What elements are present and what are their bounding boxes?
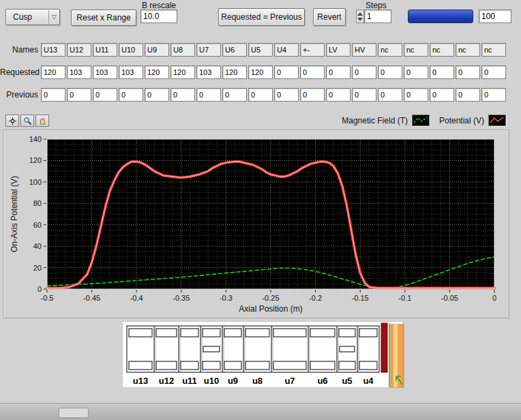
channel-value-cell[interactable]: 0 <box>145 88 169 102</box>
svg-text:-0.45: -0.45 <box>83 294 100 302</box>
channel-name-cell[interactable]: HV <box>352 43 376 57</box>
row-label: Names <box>0 45 40 55</box>
increment-icon[interactable] <box>357 12 363 16</box>
reset-x-range-button[interactable]: Reset x Range <box>71 10 136 26</box>
revert-button[interactable]: Revert <box>313 8 346 26</box>
channel-name-cell[interactable]: U11 <box>93 43 117 57</box>
svg-text:u10: u10 <box>204 376 219 386</box>
legend-sample <box>488 115 506 126</box>
table-row-previous: Previous000000000000000000 <box>0 87 521 102</box>
channel-name-cell[interactable]: U5 <box>248 43 273 57</box>
front-panel: Cusp ▽ Reset x Range B rescale Requested… <box>0 0 521 420</box>
channel-value-cell[interactable]: 0 <box>119 88 143 102</box>
cursor-tool-button[interactable] <box>5 115 19 127</box>
channel-value-cell[interactable]: 0 <box>196 88 221 102</box>
requested-equals-previous-button[interactable]: Requested = Previous <box>218 8 305 26</box>
channel-name-cell[interactable]: U12 <box>67 43 91 57</box>
row-label: Previous <box>0 90 40 100</box>
channel-value-cell[interactable]: 0 <box>456 88 480 102</box>
legend-entry[interactable]: Potential (V) <box>439 115 506 126</box>
channel-value-cell[interactable]: 0 <box>248 88 273 102</box>
dropdown-arrow-icon: ▽ <box>48 10 57 24</box>
svg-text:20: 20 <box>33 264 42 272</box>
svg-text:0: 0 <box>38 285 42 293</box>
channel-name-cell[interactable]: U10 <box>119 43 143 57</box>
channel-value-cell[interactable]: 0 <box>378 88 402 102</box>
svg-text:-0.5: -0.5 <box>41 294 54 302</box>
channel-value-cell[interactable]: 120 <box>248 65 273 79</box>
zoom-tool-button[interactable] <box>20 115 34 127</box>
steps-progress-bar[interactable] <box>408 10 473 23</box>
steps-label: Steps <box>366 1 387 10</box>
row-cells: U13U12U11U10U9U8U7U6U5U4+-LVHVncncncncnc <box>41 43 506 57</box>
steps-input[interactable] <box>364 10 391 23</box>
channel-name-cell[interactable]: nc <box>481 43 506 57</box>
channel-name-cell[interactable]: nc <box>456 43 480 57</box>
channel-name-cell[interactable]: nc <box>404 43 428 57</box>
svg-text:0: 0 <box>492 294 496 302</box>
channel-value-cell[interactable]: 0 <box>378 65 402 79</box>
channel-name-cell[interactable]: U7 <box>196 43 221 57</box>
svg-text:-0.15: -0.15 <box>352 294 369 302</box>
channel-value-cell[interactable]: 120 <box>170 65 195 79</box>
magnifier-icon <box>23 117 32 125</box>
channel-name-cell[interactable]: U8 <box>170 43 195 57</box>
channel-value-cell[interactable]: 0 <box>67 88 91 102</box>
channel-name-cell[interactable]: U6 <box>222 43 247 57</box>
channel-value-cell[interactable]: 0 <box>430 88 454 102</box>
y-axis-label: On-Axis Potential (V) <box>10 176 19 252</box>
table-row-names: NamesU13U12U11U10U9U8U7U6U5U4+-LVHVncncn… <box>0 42 521 57</box>
legend-entry[interactable]: Magnetic Field (T) <box>342 115 430 126</box>
channel-value-cell[interactable]: 0 <box>456 65 480 79</box>
channel-value-cell[interactable]: 0 <box>430 65 454 79</box>
channel-table: NamesU13U12U11U10U9U8U7U6U5U4+-LVHVncncn… <box>0 42 521 110</box>
svg-text:u13: u13 <box>133 376 148 386</box>
xy-graph[interactable]: -0.5-0.45-0.4-0.35-0.3-0.25-0.2-0.15-0.1… <box>3 130 509 318</box>
channel-value-cell[interactable]: 0 <box>300 88 325 102</box>
channel-value-cell[interactable]: 0 <box>481 65 506 79</box>
channel-value-cell[interactable]: 0 <box>326 65 351 79</box>
channel-value-cell[interactable]: 0 <box>481 88 506 102</box>
decrement-icon[interactable] <box>357 18 363 21</box>
row-cells: 000000000000000000 <box>41 88 506 102</box>
b-rescale-label: B rescale <box>142 1 176 10</box>
channel-value-cell[interactable]: 0 <box>274 88 299 102</box>
channel-value-cell[interactable]: 0 <box>41 88 65 102</box>
channel-value-cell[interactable]: 0 <box>222 88 247 102</box>
channel-value-cell[interactable]: 0 <box>326 88 351 102</box>
channel-name-cell[interactable]: LV <box>326 43 351 57</box>
row-cells: 120103103103120120103120120000000000 <box>41 65 506 79</box>
graph-panel: -0.5-0.45-0.4-0.35-0.3-0.25-0.2-0.15-0.1… <box>3 130 509 318</box>
channel-name-cell[interactable]: U4 <box>274 43 299 57</box>
channel-name-cell[interactable]: U9 <box>145 43 169 57</box>
preset-dropdown[interactable]: Cusp ▽ <box>5 9 60 25</box>
steps-stepper[interactable] <box>356 10 364 23</box>
channel-value-cell[interactable]: 0 <box>352 88 376 102</box>
channel-name-cell[interactable]: nc <box>378 43 402 57</box>
channel-value-cell[interactable]: 0 <box>352 65 376 79</box>
pan-tool-button[interactable] <box>35 115 49 127</box>
svg-text:u9: u9 <box>228 376 238 386</box>
channel-value-cell[interactable]: 0 <box>404 65 428 79</box>
channel-value-cell[interactable]: 103 <box>67 65 91 79</box>
channel-value-cell[interactable]: 120 <box>222 65 247 79</box>
channel-value-cell[interactable]: 0 <box>274 65 299 79</box>
channel-value-cell[interactable]: 0 <box>404 88 428 102</box>
table-row-requested: Requested1201031031031201201031201200000… <box>0 65 521 80</box>
channel-name-cell[interactable]: nc <box>430 43 454 57</box>
svg-text:-0.2: -0.2 <box>309 294 322 302</box>
channel-name-cell[interactable]: U13 <box>41 43 65 57</box>
channel-value-cell[interactable]: 120 <box>41 65 65 79</box>
legend-sample <box>412 115 430 126</box>
steps-max-input[interactable] <box>479 10 511 23</box>
channel-value-cell[interactable]: 103 <box>93 65 117 79</box>
channel-value-cell[interactable]: 103 <box>119 65 143 79</box>
channel-value-cell[interactable]: 0 <box>93 88 117 102</box>
crosshair-icon <box>8 117 17 125</box>
channel-name-cell[interactable]: +- <box>300 43 325 57</box>
channel-value-cell[interactable]: 103 <box>196 65 221 79</box>
b-rescale-input[interactable] <box>140 10 177 23</box>
channel-value-cell[interactable]: 0 <box>300 65 325 79</box>
channel-value-cell[interactable]: 120 <box>145 65 169 79</box>
channel-value-cell[interactable]: 0 <box>170 88 195 102</box>
